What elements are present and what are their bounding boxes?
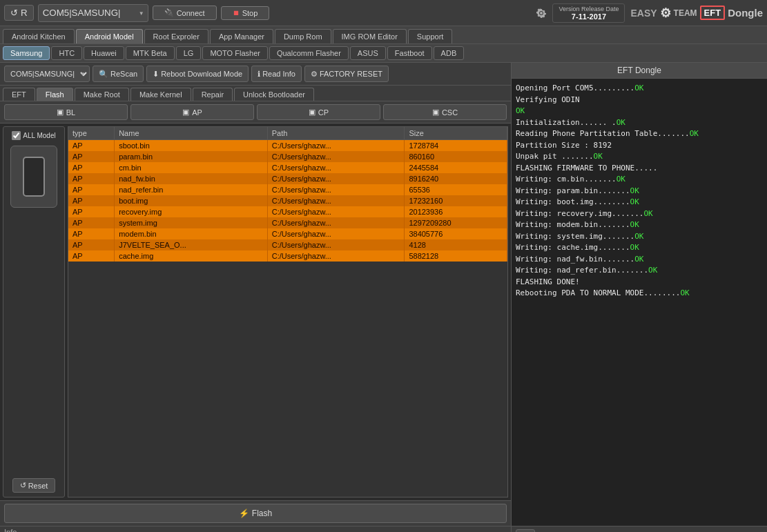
cell-path: C:/Users/ghazw... [267, 206, 405, 217]
sub-tab-fastboot[interactable]: Fastboot [387, 46, 432, 60]
main-tab-dump-rom[interactable]: Dump Rom [275, 29, 331, 43]
file-table-wrap[interactable]: type Name Path Size APsboot.binC:/Users/… [68, 126, 508, 497]
sub-tab-adb[interactable]: ADB [434, 46, 465, 60]
factory-reset-label: FACTORY RESET [320, 70, 382, 78]
connect-button[interactable]: 🔌 Connect [153, 6, 217, 20]
r-label: R [21, 8, 28, 18]
sub-tab-asus[interactable]: ASUS [350, 46, 386, 60]
table-row[interactable]: APboot.imgC:/Users/ghazw...17232160 [68, 195, 507, 206]
partition-icon: ▣ [309, 108, 315, 117]
table-row[interactable]: APsboot.binC:/Users/ghazw...1728784 [68, 140, 507, 152]
r-button[interactable]: ↺ R [4, 5, 34, 21]
log-line: Initialization...... .OK [516, 117, 763, 129]
col-name: Name [115, 127, 268, 140]
cell-type: AP [68, 151, 115, 162]
cell-path: C:/Users/ghazw... [267, 140, 405, 152]
inner-tab-make-root[interactable]: Make Root [75, 88, 129, 101]
table-row[interactable]: APparam.binC:/Users/ghazw...860160 [68, 151, 507, 162]
cell-name: nad_fw.bin [115, 173, 268, 184]
right-panel: EFT Dongle Opening Port COM5.........OKV… [512, 63, 767, 526]
main-tab-root-exproler[interactable]: Root Exproler [144, 29, 208, 43]
top-right: Version Release Date 7-11-2017 EASY ⚙ TE… [536, 3, 763, 23]
cell-name: boot.img [115, 195, 268, 206]
progress-row: 📷 100% [512, 526, 767, 532]
info-icon: ℹ [258, 70, 260, 79]
table-row[interactable]: APcm.binC:/Users/ghazw...2445584 [68, 162, 507, 173]
table-row[interactable]: APsystem.imgC:/Users/ghazw...1297209280 [68, 217, 507, 228]
rescan-button[interactable]: 🔍 ReScan [93, 66, 144, 82]
sub-tab-moto-flasher[interactable]: MOTO Flasher [202, 46, 268, 60]
cell-name: sboot.bin [115, 140, 268, 152]
log-line: Writing: cache.img.......OK [516, 242, 763, 254]
info-header: Info [0, 526, 511, 532]
stop-button[interactable]: ⏹ Stop [221, 6, 270, 20]
model-thumbnail [10, 146, 57, 208]
cell-size: 5882128 [405, 250, 507, 262]
inner-tab-flash[interactable]: Flash [37, 88, 73, 101]
main-tab-app-manager[interactable]: App Manager [210, 29, 273, 43]
log-area[interactable]: Opening Port COM5.........OKVerifying OD… [512, 79, 767, 526]
cell-size: 65536 [405, 184, 507, 195]
cell-type: AP [68, 173, 115, 184]
read-info-label: Read Info [262, 70, 295, 78]
connect-label: Connect [177, 9, 205, 17]
partition-btn-cp[interactable]: ▣ CP [257, 104, 380, 120]
log-line: OK [516, 106, 763, 117]
table-row[interactable]: APrecovery.imgC:/Users/ghazw...20123936 [68, 206, 507, 217]
inner-tab-unlock-bootloader[interactable]: Unlock Bootloader [234, 88, 314, 101]
table-row[interactable]: APJ7VELTE_SEA_O...C:/Users/ghazw...4128 [68, 239, 507, 250]
read-info-button[interactable]: ℹ Read Info [251, 66, 302, 82]
sub-tab-samsung[interactable]: Samsung [3, 46, 50, 60]
sub-tab-lg[interactable]: LG [176, 46, 202, 60]
all-model-checkbox[interactable] [12, 131, 21, 140]
table-row[interactable]: APnad_fw.binC:/Users/ghazw...8916240 [68, 173, 507, 184]
cell-type: AP [68, 239, 115, 250]
log-line: Writing: nad_refer.bin.......OK [516, 265, 763, 277]
inner-tab-repair[interactable]: Repair [193, 88, 233, 101]
reboot-button[interactable]: ⬇ Reboot Download Mode [146, 66, 249, 82]
port-combo[interactable]: COM5|SAMSUNG| [4, 66, 90, 82]
main-tabs: Android KitchenAndroid ModelRoot Exprole… [0, 26, 767, 44]
toolbar-row: COM5|SAMSUNG| 🔍 ReScan ⬇ Reboot Download… [0, 63, 511, 86]
main-tab-android-model[interactable]: Android Model [76, 29, 143, 43]
factory-reset-button[interactable]: ⚙ FACTORY RESET [304, 66, 389, 82]
brand-area: EASY ⚙ TEAM EFT Dongle [630, 6, 763, 21]
reboot-icon: ⬇ [153, 70, 159, 79]
sub-tab-qualcomm-flasher[interactable]: Qualcomm Flasher [269, 46, 349, 60]
file-area: ALL Model ↺ Reset type [0, 124, 511, 500]
main-tab-support[interactable]: Support [408, 29, 453, 43]
eft-header-label: EFT Dongle [617, 66, 661, 75]
table-row[interactable]: APmodem.binC:/Users/ghazw...38405776 [68, 228, 507, 239]
cell-type: AP [68, 195, 115, 206]
flash-button[interactable]: ⚡ Flash [4, 504, 507, 523]
sub-tab-mtk-beta[interactable]: MTK Beta [126, 46, 175, 60]
log-line: Writing: system.img.......OK [516, 231, 763, 243]
main-tab-img-rom-editor[interactable]: IMG ROM Editor [333, 29, 407, 43]
log-line: Writing: recovery.img.......OK [516, 208, 763, 220]
main-tab-android-kitchen[interactable]: Android Kitchen [3, 29, 75, 43]
table-row[interactable]: APcache.imgC:/Users/ghazw...5882128 [68, 250, 507, 262]
cell-size: 8916240 [405, 173, 507, 184]
sub-tab-htc[interactable]: HTC [51, 46, 82, 60]
inner-tab-make-kernel[interactable]: Make Kernel [130, 88, 191, 101]
reset-button[interactable]: ↺ Reset [12, 478, 56, 493]
port-select[interactable]: COM5|SAMSUNG| [38, 4, 148, 22]
partition-icon: ▣ [57, 108, 64, 117]
all-model-checkbox-row: ALL Model [12, 131, 55, 140]
inner-tab-eft[interactable]: EFT [3, 88, 35, 101]
partition-btn-ap[interactable]: ▣ AP [130, 104, 254, 120]
gear-icon [536, 8, 547, 19]
cell-path: C:/Users/ghazw... [267, 184, 405, 195]
partition-btn-csc[interactable]: ▣ CSC [383, 104, 507, 120]
col-path: Path [267, 127, 405, 140]
camera-button[interactable]: 📷 [516, 529, 535, 532]
stop-label: Stop [242, 9, 258, 17]
partition-btn-bl[interactable]: ▣ BL [4, 104, 128, 120]
cell-path: C:/Users/ghazw... [267, 217, 405, 228]
log-line: Partition Size : 8192 [516, 140, 763, 152]
log-line: Writing: modem.bin.......OK [516, 219, 763, 231]
file-table-body: APsboot.binC:/Users/ghazw...1728784APpar… [68, 140, 507, 262]
partition-icon: ▣ [432, 108, 439, 117]
sub-tab-huawei[interactable]: Huawei [84, 46, 124, 60]
table-row[interactable]: APnad_refer.binC:/Users/ghazw...65536 [68, 184, 507, 195]
